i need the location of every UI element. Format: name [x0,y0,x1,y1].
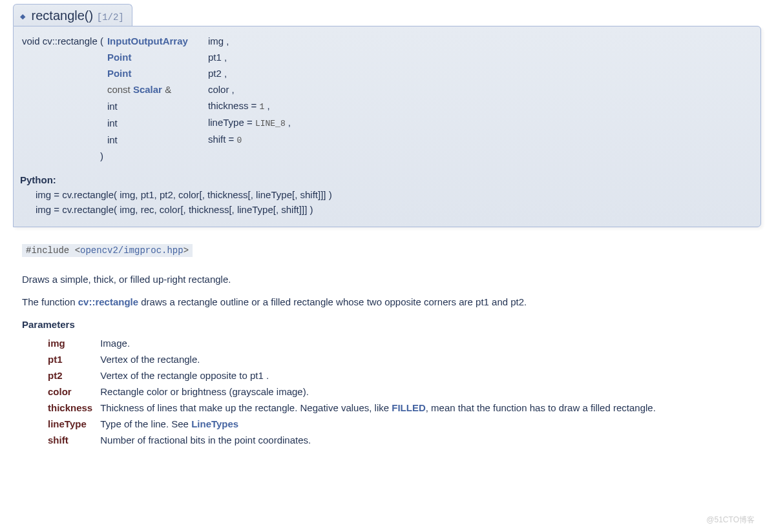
signature-qualifier [20,97,105,114]
signature-row: intshift = 0 [20,131,293,148]
param-row-name: img [44,335,96,351]
signature-qualifier [20,114,105,131]
param-row: shiftNumber of fractional bits in the po… [44,432,660,448]
signature-row: intlineType = LINE_8 , [20,114,293,131]
param-type: const Scalar & [105,81,206,97]
param-row-name: pt1 [44,351,96,367]
param-type: InputOutputArray [105,33,206,49]
overload-index: [1/2] [97,12,124,23]
param-name: thickness [208,100,249,111]
param-row-desc: Vertex of the rectangle. [96,351,660,367]
param-desc-link[interactable]: LineTypes [191,418,238,429]
signature-qualifier: void cv::rectangle ( [20,33,105,49]
diamond-icon: ◆ [20,12,25,20]
python-signature-line: img = cv.rectangle( img, pt1, pt2, color… [36,189,754,200]
python-section: Python: img = cv.rectangle( img, pt1, pt… [20,174,754,215]
param-name: color [208,84,229,95]
param-name: shift [208,134,226,145]
signature-row: intthickness = 1 , [20,97,293,114]
param-row-desc: Vertex of the rectangle opposite to pt1 … [96,367,660,384]
param-type: int [105,114,206,131]
param-row-desc: Rectangle color or brightness (grayscale… [96,384,660,400]
signature-row: const Scalar &color , [20,81,293,97]
signature-close: ) [20,148,105,164]
desc-summary: Draws a simple, thick, or filled up-righ… [22,274,752,285]
type-link[interactable]: Scalar [133,84,162,95]
param-row: colorRectangle color or brightness (gray… [44,384,660,400]
description: Draws a simple, thick, or filled up-righ… [22,274,752,307]
type-link[interactable]: InputOutputArray [107,36,188,46]
signature-qualifier [20,65,105,81]
include-directive: #include <opencv2/imgproc.hpp> [22,244,193,257]
param-name: pt1 [208,52,222,63]
signature-row: void cv::rectangle ( InputOutputArrayimg… [20,33,293,49]
signature-row: Pointpt2 , [20,65,293,81]
param-row-desc: Type of the line. See LineTypes [96,416,660,432]
param-row-name: shift [44,432,96,448]
signature-qualifier [20,81,105,97]
signature-qualifier [20,131,105,148]
param-name-cell: shift = 0 [206,131,293,148]
param-row: lineTypeType of the line. See LineTypes [44,416,660,432]
param-name: lineType [208,117,244,128]
type-link[interactable]: Point [107,68,132,79]
parameters-table: imgImage.pt1Vertex of the rectangle.pt2V… [44,335,660,448]
type-link[interactable]: Point [107,52,132,63]
signature-table: void cv::rectangle ( InputOutputArrayimg… [20,33,293,164]
param-desc-link[interactable]: FILLED [392,402,426,413]
param-row: imgImage. [44,335,660,351]
param-name-cell: color , [206,81,293,97]
param-name: img [208,36,224,46]
param-name-cell: pt1 , [206,49,293,65]
parameters-heading: Parameters [22,319,761,330]
param-default: LINE_8 [255,119,286,128]
param-row-name: pt2 [44,367,96,384]
param-name: pt2 [208,68,222,79]
signature-row: Pointpt1 , [20,49,293,65]
param-row: pt1Vertex of the rectangle. [44,351,660,367]
param-row: thicknessThickness of lines that make up… [44,400,660,416]
desc-detail: The function cv::rectangle draws a recta… [22,296,752,307]
signature-qualifier [20,49,105,65]
function-name: rectangle() [32,8,94,23]
param-default: 0 [237,136,242,145]
python-signature-line: img = cv.rectangle( img, rec, color[, th… [36,204,754,215]
param-row-name: thickness [44,400,96,416]
param-name-cell: thickness = 1 , [206,97,293,114]
python-label: Python: [20,174,754,185]
function-title: ◆ rectangle() [1/2] [13,4,132,26]
param-row: pt2Vertex of the rectangle opposite to p… [44,367,660,384]
include-path[interactable]: opencv2/imgproc.hpp [80,245,183,256]
param-type: int [105,131,206,148]
param-row-desc: Number of fractional bits in the point c… [96,432,660,448]
param-name-cell: lineType = LINE_8 , [206,114,293,131]
param-row-name: lineType [44,416,96,432]
param-type: Point [105,65,206,81]
param-row-desc: Image. [96,335,660,351]
param-type: Point [105,49,206,65]
param-name-cell: pt2 , [206,65,293,81]
desc-link-rectangle[interactable]: cv::rectangle [78,296,138,307]
param-row-name: color [44,384,96,400]
param-type: int [105,97,206,114]
include-keyword: #include [26,245,75,256]
param-name-cell: img , [206,33,293,49]
signature-block: void cv::rectangle ( InputOutputArrayimg… [13,26,761,227]
param-row-desc: Thickness of lines that make up the rect… [96,400,660,416]
